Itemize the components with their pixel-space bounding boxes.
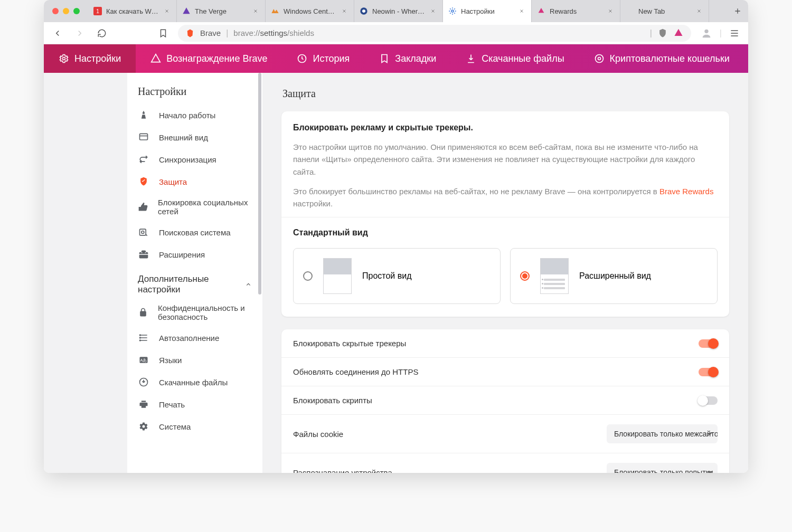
sidebar-item[interactable]: AあЯзыки — [127, 349, 262, 371]
minimize-window-button[interactable] — [63, 8, 69, 14]
tab-favicon — [448, 7, 457, 15]
topnav-history[interactable]: История — [282, 44, 364, 73]
sidebar-section-advanced[interactable]: Дополнительные настройки — [127, 265, 262, 298]
close-tab-button[interactable] — [251, 7, 260, 15]
bookmark-button[interactable] — [156, 26, 171, 41]
close-tab-button[interactable] — [163, 7, 171, 15]
browser-tab[interactable]: New Tab — [620, 0, 709, 22]
svg-point-14 — [140, 337, 141, 338]
browser-tab[interactable]: Windows Central - — [266, 0, 354, 22]
sidebar-item[interactable]: Система — [127, 415, 262, 438]
sidebar-item[interactable]: Защита — [127, 170, 262, 193]
close-tab-button[interactable] — [606, 7, 615, 15]
topnav-downloads[interactable]: Скачанные файлы — [451, 44, 579, 73]
tab-favicon — [182, 7, 191, 15]
simple-view-option[interactable]: Простой вид — [293, 248, 501, 304]
forward-button[interactable] — [72, 26, 87, 41]
rewards-icon[interactable] — [673, 28, 684, 39]
row-block-trackers: Блокировать скрытые трекеры — [281, 329, 729, 357]
radio-selected-icon — [520, 271, 530, 281]
svg-point-15 — [140, 340, 141, 341]
sidebar-item[interactable]: Поисковая система — [127, 221, 262, 243]
sidebar-item-icon — [138, 109, 149, 121]
svg-rect-9 — [140, 229, 146, 235]
close-tab-button[interactable] — [695, 7, 703, 15]
sidebar-item[interactable]: Расширения — [127, 243, 262, 265]
close-tab-button[interactable] — [340, 7, 348, 15]
svg-point-13 — [140, 335, 141, 336]
profile-icon[interactable] — [701, 27, 712, 39]
sidebar-item-label: Блокировка социальных сетей — [158, 198, 252, 216]
sidebar-item-icon — [138, 154, 149, 165]
svg-rect-8 — [140, 134, 148, 140]
menu-button[interactable] — [729, 28, 740, 39]
browser-tab[interactable]: 1Как скачать Windows — [88, 0, 177, 22]
advanced-view-thumbnail — [540, 258, 569, 294]
sidebar-item[interactable]: Начало работы — [127, 104, 262, 126]
topnav-bookmarks[interactable]: Закладки — [364, 44, 451, 73]
close-tab-button[interactable] — [517, 7, 526, 15]
topnav-search-button[interactable] — [744, 44, 748, 73]
brave-lion-icon — [185, 28, 195, 38]
browser-tab[interactable]: Настройки — [443, 0, 532, 22]
select-device-recognition[interactable]: Блокировать только попытки — [607, 463, 718, 473]
advanced-view-option[interactable]: Расширенный вид — [510, 248, 718, 304]
sidebar-item-label: Защита — [159, 177, 187, 186]
topnav-wallets[interactable]: Криптовалютные кошельки — [579, 44, 744, 73]
back-button[interactable] — [50, 26, 65, 41]
card-title: Блокировать рекламу и скрытые трекеры. — [293, 123, 718, 132]
sidebar-item[interactable]: Внешний вид — [127, 126, 262, 148]
brave-rewards-link[interactable]: Brave Rewards — [659, 187, 714, 196]
tab-title: Настройки — [461, 7, 513, 15]
reload-button[interactable] — [95, 26, 109, 41]
maximize-window-button[interactable] — [73, 8, 80, 14]
svg-point-5 — [595, 55, 603, 63]
sidebar-item-label: Конфиденциальность и безопасность — [158, 303, 252, 321]
card-description-2: Это блокирует большинство рекламы на веб… — [293, 185, 718, 210]
toggle-https-upgrade[interactable] — [699, 368, 718, 376]
radio-unselected-icon — [303, 271, 313, 281]
svg-point-19 — [143, 425, 145, 428]
sidebar-item-icon — [138, 421, 149, 432]
tab-favicon — [626, 7, 634, 15]
sidebar-item[interactable]: Синхронизация — [127, 148, 262, 170]
browser-tab[interactable]: The Verge — [177, 0, 266, 22]
sidebar-item[interactable]: Печать — [127, 393, 262, 415]
row-cookies: Файлы cookie Блокировать только межсайто… — [281, 414, 729, 453]
sidebar-item-label: Автозаполнение — [159, 334, 219, 343]
close-window-button[interactable] — [52, 8, 59, 14]
close-tab-button[interactable] — [429, 7, 437, 15]
topnav-rewards[interactable]: Вознаграждение Brave — [136, 44, 282, 73]
svg-point-2 — [704, 29, 708, 33]
tabs-container: 1Как скачать WindowsThe VergeWindows Cen… — [88, 0, 727, 22]
browser-tab[interactable]: Neowin - Where unf — [354, 0, 443, 22]
settings-rows-card: Блокировать скрытые трекеры Обновлять со… — [281, 329, 729, 473]
svg-point-10 — [142, 231, 144, 234]
sidebar-item-label: Языки — [159, 356, 182, 365]
sidebar-item[interactable]: Блокировка социальных сетей — [127, 193, 262, 221]
toggle-block-scripts[interactable] — [699, 396, 718, 405]
tab-title: The Verge — [195, 7, 247, 15]
address-bar[interactable]: Brave | brave://settings/shields | — [178, 25, 691, 42]
row-https-upgrade: Обновлять соединения до HTTPS — [281, 357, 729, 386]
tab-title: Rewards — [550, 7, 602, 15]
topnav-settings[interactable]: Настройки — [44, 44, 136, 73]
select-cookies[interactable]: Блокировать только межсайтовые — [607, 424, 718, 443]
sidebar-item-icon: Aあ — [138, 354, 149, 366]
sidebar-item[interactable]: Конфиденциальность и безопасность — [127, 298, 262, 327]
advanced-view-label: Расширенный вид — [579, 271, 651, 281]
sidebar-item[interactable]: Скачанные файлы — [127, 371, 262, 393]
shields-icon[interactable] — [657, 28, 668, 39]
settings-sidebar: Настройки Начало работыВнешний видСинхро… — [127, 73, 262, 473]
sidebar-item-icon — [138, 226, 149, 238]
toggle-block-trackers[interactable] — [699, 339, 718, 348]
browser-tab[interactable]: Rewards — [532, 0, 620, 22]
sidebar-item-label: Синхронизация — [159, 155, 216, 164]
row-device-recognition: Распознавание устройства Блокировать тол… — [281, 453, 729, 473]
scrollbar-thumb[interactable] — [258, 73, 261, 294]
sidebar-item[interactable]: Автозаполнение — [127, 327, 262, 349]
sidebar-item-icon — [138, 176, 149, 187]
new-tab-button[interactable] — [727, 0, 748, 22]
sidebar-item-icon — [138, 398, 149, 410]
sidebar-item-icon — [138, 376, 149, 388]
